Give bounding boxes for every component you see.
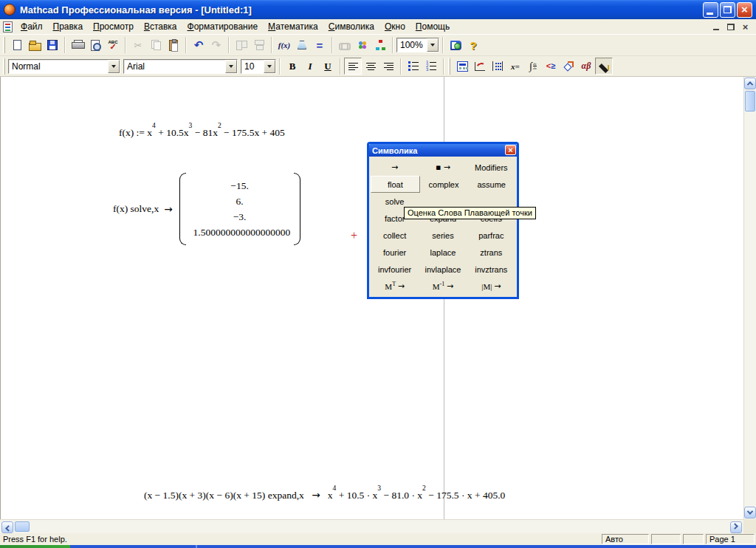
- palette-btn-invlaplace[interactable]: invlaplace: [419, 261, 467, 278]
- child-minimize-button[interactable]: [709, 21, 722, 32]
- style-dropdown-button[interactable]: [108, 60, 120, 73]
- expression-expand[interactable]: (x − 1.5)(x + 3)(x − 6)(x + 15) expand,x…: [144, 488, 505, 501]
- child-close-button[interactable]: ×: [739, 21, 752, 32]
- menu-file[interactable]: Файл: [16, 20, 48, 34]
- palette-btn-complex[interactable]: complex: [420, 176, 468, 193]
- menu-insert[interactable]: Вставка: [139, 20, 182, 34]
- graph-palette-button[interactable]: [471, 58, 489, 75]
- palette-btn-transpose[interactable]: MT →: [371, 278, 419, 295]
- font-size-dropdown-button[interactable]: [264, 60, 275, 73]
- greek-palette-button[interactable]: αβ: [577, 58, 595, 75]
- spell-check-button[interactable]: ABC✓: [104, 37, 122, 54]
- align-across-button: [233, 37, 250, 54]
- close-icon: ×: [508, 146, 512, 154]
- menu-edit[interactable]: Правка: [48, 20, 89, 34]
- horizontal-scroll-thumb[interactable]: [15, 521, 30, 532]
- horizontal-scrollbar[interactable]: [0, 519, 743, 533]
- undo-icon: ↶: [194, 40, 204, 51]
- scroll-up-button[interactable]: [744, 78, 756, 89]
- palette-btn-dot-arrow[interactable]: ▪ →: [419, 159, 467, 176]
- calculator-palette-button[interactable]: [453, 58, 471, 75]
- palette-btn-ztrans[interactable]: ztrans: [467, 244, 515, 261]
- save-button[interactable]: [44, 37, 61, 54]
- print-button[interactable]: [69, 37, 86, 54]
- palette-close-button[interactable]: ×: [505, 145, 516, 155]
- child-close-icon: ×: [743, 22, 749, 32]
- bold-button[interactable]: B: [284, 58, 301, 75]
- resource-center-button[interactable]: [447, 37, 464, 54]
- palette-btn-assume[interactable]: assume: [467, 176, 515, 193]
- minimize-button[interactable]: [703, 2, 718, 18]
- font-combobox[interactable]: Arial: [123, 59, 238, 74]
- align-left-button[interactable]: [344, 58, 362, 75]
- programming-palette-button[interactable]: [560, 58, 577, 75]
- scroll-right-button[interactable]: [730, 521, 742, 533]
- zoom-dropdown-button[interactable]: [427, 38, 439, 52]
- palette-btn-parfrac[interactable]: parfrac: [467, 227, 515, 244]
- paste-button[interactable]: [165, 37, 182, 54]
- insert-function-button[interactable]: f(x): [275, 37, 293, 54]
- symbolic-palette-button[interactable]: [595, 58, 613, 75]
- menu-math[interactable]: Математика: [263, 20, 323, 34]
- font-size-combobox[interactable]: 10: [241, 59, 276, 74]
- new-button[interactable]: [8, 37, 26, 54]
- insert-hyperlink-button: [336, 37, 354, 54]
- bullet-list-button[interactable]: [405, 58, 422, 75]
- insert-unit-button[interactable]: [293, 37, 311, 54]
- style-combobox[interactable]: Normal: [8, 59, 120, 74]
- font-dropdown-button[interactable]: [225, 60, 237, 73]
- palette-btn-invfourier[interactable]: invfourier: [371, 261, 419, 278]
- expression-solve[interactable]: f(x) solve,x → −15. 6. −3. 1.50000000000…: [113, 173, 300, 245]
- palette-btn-determinant[interactable]: |M| →: [467, 278, 515, 295]
- boolean-palette-button[interactable]: <≥: [542, 58, 560, 75]
- palette-btn-inverse[interactable]: M-1 →: [419, 278, 467, 295]
- menu-view[interactable]: Просмотр: [88, 20, 139, 34]
- palette-title-bar[interactable]: Символика ×: [369, 144, 517, 157]
- menu-symbolics[interactable]: Символика: [323, 20, 379, 34]
- help-button[interactable]: ?: [464, 37, 482, 54]
- palette-btn-modifiers[interactable]: Modifiers: [467, 159, 515, 176]
- chevron-right-icon: [732, 523, 738, 529]
- palette-btn-collect[interactable]: collect: [371, 227, 419, 244]
- vertical-scrollbar[interactable]: [743, 77, 756, 519]
- separator: [392, 37, 394, 53]
- expression-definition[interactable]: f(x) := x4 + 10.5x3 − 81x2 − 175.5x + 40…: [119, 126, 285, 139]
- palette-btn-evaluate-arrow[interactable]: →: [371, 159, 419, 176]
- child-restore-button[interactable]: [724, 21, 737, 32]
- menu-help[interactable]: Помощь: [410, 20, 455, 34]
- open-button[interactable]: [26, 37, 44, 54]
- palette-btn-fourier[interactable]: fourier: [371, 244, 419, 261]
- scroll-down-button[interactable]: [744, 507, 756, 518]
- close-button[interactable]: ×: [737, 2, 752, 18]
- insert-component-button[interactable]: [354, 37, 371, 54]
- calculus-palette-button[interactable]: ∫ dydx: [524, 58, 542, 75]
- toolbar-grip[interactable]: [448, 58, 450, 75]
- menu-window[interactable]: Окно: [379, 20, 410, 34]
- italic-button[interactable]: I: [301, 58, 319, 75]
- restore-button[interactable]: [720, 2, 735, 18]
- status-help-text: Press F1 for help.: [1, 534, 599, 544]
- insert-function-icon: f(x): [278, 41, 291, 49]
- numbered-list-button[interactable]: 1 2 3: [422, 58, 440, 75]
- scroll-left-button[interactable]: [1, 521, 13, 533]
- symbolics-palette-window[interactable]: Символика × → ▪ → Modifiers float comple…: [367, 142, 519, 299]
- toolbar-grip[interactable]: [3, 58, 5, 75]
- script-object-button[interactable]: [371, 37, 389, 54]
- underline-button[interactable]: U: [319, 58, 337, 75]
- align-center-button[interactable]: [362, 58, 379, 75]
- palette-btn-invztrans[interactable]: invztrans: [467, 261, 515, 278]
- align-right-button[interactable]: [379, 58, 397, 75]
- palette-btn-series[interactable]: series: [419, 227, 467, 244]
- worksheet-document-icon[interactable]: [3, 21, 13, 32]
- vertical-scroll-thumb[interactable]: [745, 91, 755, 112]
- undo-button[interactable]: ↶: [190, 37, 207, 54]
- palette-btn-float[interactable]: float: [371, 176, 420, 193]
- evaluate-button[interactable]: =: [311, 37, 329, 54]
- menu-format[interactable]: Форматирование: [182, 20, 264, 34]
- zoom-combobox[interactable]: 100%: [396, 38, 439, 52]
- palette-btn-laplace[interactable]: laplace: [419, 244, 467, 261]
- print-preview-button[interactable]: [86, 37, 104, 54]
- evaluation-palette-button[interactable]: x=: [506, 58, 524, 75]
- toolbar-grip[interactable]: [3, 37, 5, 53]
- matrix-palette-button[interactable]: [489, 58, 506, 75]
